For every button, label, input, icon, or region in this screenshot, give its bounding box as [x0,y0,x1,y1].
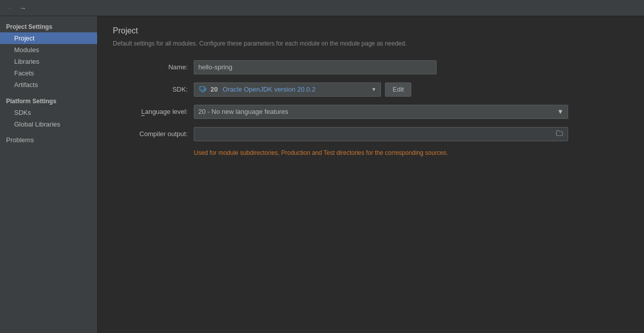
sidebar-item-global-libraries[interactable]: Global Libraries [0,118,97,130]
folder-icon[interactable] [555,129,564,139]
sidebar-item-artifacts[interactable]: Artifacts [0,79,97,91]
sidebar-item-modules[interactable]: Modules [0,44,97,56]
language-level-dropdown[interactable]: 20 - No new language features ▼ [194,105,568,119]
sidebar-item-project[interactable]: Project [0,32,97,44]
page-subtitle: Default settings for all modules. Config… [113,39,629,48]
compiler-output-label: Compiler output: [113,130,194,138]
compiler-output-input[interactable] [194,127,568,141]
sdk-controls: 20 Oracle OpenJDK version 20.0.2 ▼ Edit [194,82,411,97]
language-level-value: 20 - No new language features [198,108,288,115]
name-row: Name: [113,60,629,74]
sidebar-item-libraries[interactable]: Libraries [0,56,97,67]
project-settings-header: Project Settings [0,20,97,32]
platform-settings-header: Platform Settings [0,95,97,107]
sidebar: Project Settings Project Modules Librari… [0,16,98,333]
language-level-label: Language level: [113,108,194,115]
svg-rect-0 [200,87,204,90]
sdk-chevron-icon: ▼ [371,87,376,92]
sdk-label: SDK: [113,86,194,93]
language-level-row: Language level: 20 - No new language fea… [113,105,629,119]
name-label: Name: [113,63,194,71]
sdk-version-num: 20 [210,86,218,93]
sdk-row: SDK: 20 [113,82,629,97]
language-level-chevron-icon: ▼ [557,108,564,115]
sdk-dropdown[interactable]: 20 Oracle OpenJDK version 20.0.2 ▼ [194,82,381,97]
forward-button[interactable]: → [17,3,28,14]
java-icon [198,85,207,94]
content-area: Project Default settings for all modules… [98,16,644,333]
name-input[interactable] [194,60,437,74]
sidebar-item-sdks[interactable]: SDKs [0,107,97,118]
sdk-version-text: Oracle OpenJDK version 20.0.2 [221,86,315,93]
sidebar-item-problems[interactable]: Problems [0,134,97,146]
top-bar: ← → [0,0,644,16]
compiler-output-row: Compiler output: [113,127,629,141]
sdk-edit-button[interactable]: Edit [385,82,411,97]
compiler-hint: Used for module subdirectories, Producti… [113,149,629,156]
back-button[interactable]: ← [4,3,15,14]
main-area: Project Settings Project Modules Librari… [0,16,644,333]
sidebar-item-facets[interactable]: Facets [0,67,97,79]
page-title: Project [113,26,629,35]
